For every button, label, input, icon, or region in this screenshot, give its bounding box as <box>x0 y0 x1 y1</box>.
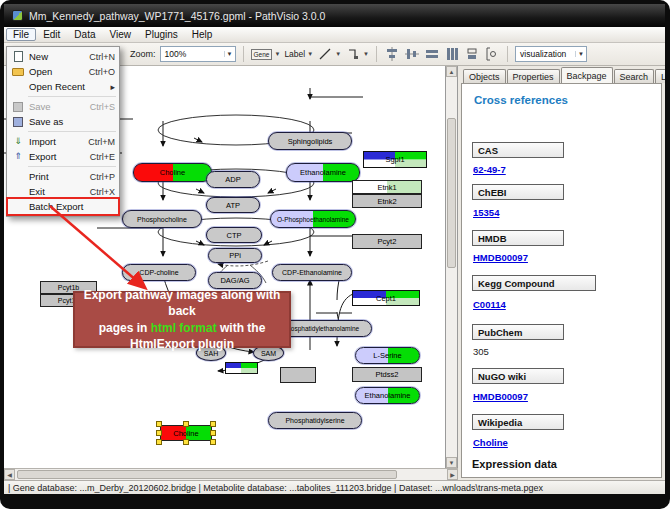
menu-item-exit[interactable]: ExitCtrl+X <box>8 184 118 199</box>
node-ppi[interactable]: PPi <box>208 248 262 263</box>
resize-handle[interactable] <box>210 421 216 427</box>
menu-item-open[interactable]: OpenCtrl+O <box>8 64 118 79</box>
menu-item-save[interactable]: SaveCtrl+S <box>8 99 118 114</box>
xref-link-kegg[interactable]: C00114 <box>473 299 506 310</box>
gene-node-etnk1[interactable]: Etnk1 <box>352 180 422 194</box>
menu-item-print[interactable]: PrintCtrl+P <box>8 169 118 184</box>
resize-handle[interactable] <box>156 439 162 445</box>
submenu-arrow-icon: ▸ <box>110 82 115 92</box>
node-ethanolamine[interactable]: Ethanolamine <box>286 163 360 182</box>
node-cdp-choline[interactable]: CDP-choline <box>122 264 196 281</box>
xref-link-hmdb[interactable]: HMDB00097 <box>473 252 528 263</box>
gene-node-cept1[interactable]: Cept1 <box>352 290 420 306</box>
zoom-combobox[interactable]: 100%▼ <box>160 46 236 62</box>
node-sphingolipids[interactable]: Sphingolipids <box>268 132 352 150</box>
vertical-scroll-thumb[interactable] <box>447 118 456 268</box>
tab-objects[interactable]: Objects <box>463 69 506 83</box>
title-bar[interactable]: Mm_Kennedy_pathway_WP1771_45176.gpml - P… <box>4 4 665 27</box>
resize-handle[interactable] <box>156 421 162 427</box>
xref-link-cas[interactable]: 62-49-7 <box>473 164 506 175</box>
status-bar: | Gene database: ...m_Derby_20120602.bri… <box>4 480 665 494</box>
node-o-phosphoethanolamine[interactable]: O-Phosphoethanolamine <box>270 210 356 228</box>
resize-handle[interactable] <box>156 430 162 436</box>
menu-item-export[interactable]: ⇑ ExportCtrl+E <box>8 149 118 164</box>
tab-search[interactable]: Search <box>614 69 655 83</box>
resize-handle[interactable] <box>210 439 216 445</box>
menu-separator <box>28 96 116 97</box>
section-header-wikipedia: Wikipedia <box>472 414 564 430</box>
tab-legend[interactable]: Legend <box>655 69 665 83</box>
gene-tool-button[interactable]: Gene▼ <box>251 46 281 62</box>
scroll-left-button[interactable]: ◀ <box>4 469 15 480</box>
line-tool-button[interactable]: ▼ <box>317 46 341 62</box>
menu-item-batch-export[interactable]: Batch Export <box>8 199 118 214</box>
node-phosphocholine[interactable]: Phosphocholine <box>122 210 202 228</box>
distribute-vertical-icon[interactable] <box>444 47 460 62</box>
gene-node-hidden[interactable] <box>225 362 258 374</box>
menu-plugins[interactable]: Plugins <box>138 28 185 41</box>
side-panel-tabs: Objects Properties Backpage Search Legen… <box>463 67 665 83</box>
section-header-kegg: Kegg Compound <box>472 275 596 291</box>
status-text: | Gene database: ...m_Derby_20120602.bri… <box>8 483 543 493</box>
resize-handle[interactable] <box>183 421 189 427</box>
xref-link-nugo[interactable]: HMDB00097 <box>473 391 528 402</box>
menu-bar: File Edit Data View Plugins Help <box>4 27 665 43</box>
menu-view[interactable]: View <box>102 28 138 41</box>
xref-link-chebi[interactable]: 15354 <box>473 207 499 218</box>
gene-node-etnk2[interactable]: Etnk2 <box>352 194 422 208</box>
gene-node-sgpl1[interactable]: Sgpl1 <box>363 151 427 168</box>
expression-data-heading: Expression data <box>472 458 557 470</box>
distribute-horizontal-icon[interactable] <box>424 47 440 62</box>
section-header-hmdb: HMDB <box>472 230 564 246</box>
menu-file[interactable]: File <box>6 28 36 41</box>
tab-backpage[interactable]: Backpage <box>561 67 613 83</box>
section-header-cas: CAS <box>472 142 564 158</box>
node-choline-selected[interactable]: Choline <box>156 421 216 445</box>
visualization-combobox[interactable]: visualization▼ <box>515 46 587 62</box>
node-l-serine[interactable]: L-Serine <box>355 347 420 364</box>
node-ctp[interactable]: CTP <box>206 227 262 243</box>
resize-handle[interactable] <box>210 430 216 436</box>
export-icon: ⇑ <box>14 152 22 161</box>
menu-item-save-as[interactable]: Save as <box>8 114 118 129</box>
group-icon[interactable] <box>484 47 500 62</box>
new-file-icon <box>14 51 23 62</box>
section-header-chebi: ChEBI <box>472 184 564 200</box>
menu-edit[interactable]: Edit <box>36 28 67 41</box>
gene-node-ptdss2[interactable]: Ptdss2 <box>352 367 422 382</box>
save-as-icon <box>13 117 23 127</box>
node-phosphatidylserine[interactable]: Phosphatidylserine <box>268 412 362 429</box>
menu-item-import[interactable]: ⇓ ImportCtrl+M <box>8 134 118 149</box>
scroll-up-button[interactable]: ▲ <box>446 66 457 77</box>
menu-item-open-recent[interactable]: Open Recent ▸ <box>8 79 118 94</box>
resize-handle[interactable] <box>183 439 189 445</box>
xref-link-wikipedia[interactable]: Choline <box>473 437 508 448</box>
label-tool-button[interactable]: Label▼ <box>284 46 313 62</box>
gene-node-partially-hidden[interactable] <box>280 367 316 383</box>
node-atp[interactable]: ATP <box>206 197 260 213</box>
import-icon: ⇓ <box>14 137 22 146</box>
toolbar-separator <box>243 46 244 62</box>
node-choline[interactable]: Choline <box>133 163 212 182</box>
node-adp[interactable]: ADP <box>206 171 260 188</box>
scroll-right-button[interactable]: ▶ <box>447 469 458 480</box>
scroll-down-button[interactable]: ▼ <box>446 457 457 468</box>
align-center-icon[interactable] <box>384 47 400 62</box>
xref-value-pubchem: 305 <box>473 346 489 357</box>
node-ethanolamine-2[interactable]: Ethanolamine <box>355 387 420 404</box>
section-header-pubchem: PubChem <box>472 324 564 340</box>
gene-node-pcyt2[interactable]: Pcyt2 <box>352 234 422 249</box>
node-cdp-ethanolamine[interactable]: CDP-Ethanolamine <box>272 264 352 281</box>
menu-item-new[interactable]: NewCtrl+N <box>8 49 118 64</box>
side-panel: Objects Properties Backpage Search Legen… <box>458 66 665 480</box>
connector-tool-button[interactable]: ▼ <box>345 46 369 62</box>
tab-properties[interactable]: Properties <box>507 69 560 83</box>
stack-icon[interactable] <box>464 47 480 62</box>
menu-help[interactable]: Help <box>185 28 220 41</box>
horizontal-scroll-thumb[interactable] <box>17 470 397 479</box>
canvas-horizontal-scrollbar[interactable]: ◀ ▶ <box>4 468 458 480</box>
menu-data[interactable]: Data <box>67 28 102 41</box>
backpage-panel: Cross references CAS 62-49-7 ChEBI 15354… <box>461 83 662 478</box>
align-middle-icon[interactable] <box>404 47 420 62</box>
canvas-vertical-scrollbar[interactable]: ▲ ▼ <box>446 66 458 468</box>
